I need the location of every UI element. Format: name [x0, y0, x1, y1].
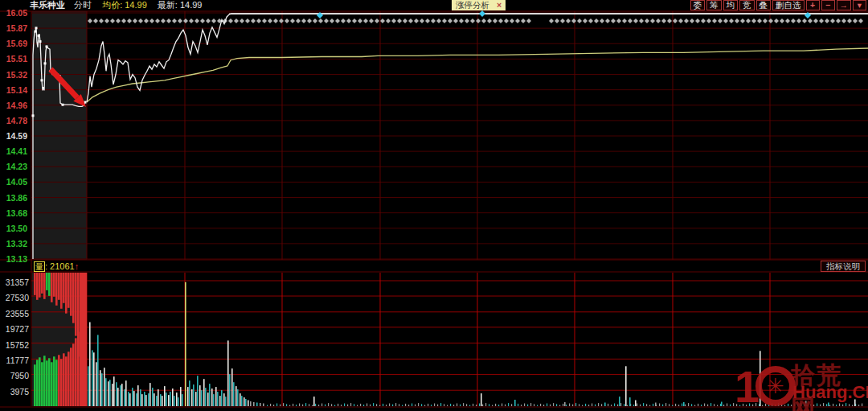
header-bar: 丰乐种业 分时 均价: 14.99 最新: 14.99 涨停分析 × 委 筹 均… — [0, 0, 868, 11]
chart-type-label: 分时 — [74, 0, 92, 10]
limit-diamond-chain — [88, 18, 863, 23]
toolbar-button-order[interactable]: 委 — [690, 0, 706, 10]
tab-limit-up-analysis[interactable]: 涨停分析 × — [452, 0, 506, 10]
price-axis-label: 13.50 — [0, 224, 27, 233]
toolbar-button-auction[interactable]: 竞 — [739, 0, 755, 10]
zoom-out-icon[interactable]: − — [821, 0, 835, 10]
next-icon[interactable]: → — [837, 0, 852, 10]
price-axis-label: 13.13 — [0, 254, 27, 264]
toolbar-button-avg[interactable]: 均 — [723, 0, 739, 10]
intraday-chart-canvas[interactable] — [0, 0, 868, 411]
toolbar-button-remove-watchlist[interactable]: 删自选 — [772, 0, 805, 10]
volume-axis-label: 31357 — [0, 277, 29, 287]
volume-axis-label: 23555 — [0, 309, 29, 319]
volume-up-arrow-icon: ↑ — [75, 261, 80, 271]
price-axis-label: 15.51 — [0, 54, 27, 64]
volume-axis-label: 7950 — [0, 371, 29, 380]
tab-label: 涨停分析 — [456, 0, 489, 10]
volume-readout: 量: 21061↑ — [34, 261, 79, 272]
average-price-readout: 均价: 14.99 — [102, 0, 147, 10]
price-axis-label: 13.86 — [0, 193, 27, 203]
price-axis-label: 16.05 — [0, 8, 27, 18]
price-axis-label: 13.68 — [0, 208, 27, 218]
indicator-help-button[interactable]: 指标说明 — [821, 261, 866, 272]
price-axis-label: 14.23 — [0, 162, 27, 171]
price-axis-label: 15.32 — [0, 70, 27, 80]
stock-name: 丰乐种业 — [30, 0, 65, 10]
stock-trading-app: { "header": { "stock_name": "丰乐种业", "cha… — [0, 0, 868, 411]
volume-bars — [34, 273, 862, 406]
price-axis-label: 14.59 — [0, 131, 27, 141]
price-axis-label: 15.69 — [0, 39, 27, 48]
quote-summary: 丰乐种业 分时 均价: 14.99 最新: 14.99 — [30, 0, 202, 10]
last-price-readout: 最新: 14.99 — [158, 0, 203, 10]
volume-axis-label: 3975 — [0, 387, 29, 397]
volume-value: : 21061 — [45, 261, 75, 271]
price-axis-label: 14.78 — [0, 116, 27, 125]
toolbar-button-overlay[interactable]: 叠 — [756, 0, 772, 10]
zoom-in-icon[interactable]: + — [806, 0, 820, 10]
price-axis-label: 14.96 — [0, 101, 27, 110]
volume-axis-label: 11777 — [0, 356, 29, 365]
price-axis-label: 13.32 — [0, 239, 27, 249]
volume-axis-label: 19727 — [0, 324, 29, 334]
price-axis-label: 14.41 — [0, 146, 27, 156]
dropdown-caret-icon[interactable]: ▾ — [853, 0, 866, 10]
price-axis-label: 15.14 — [0, 85, 27, 95]
volume-axis-label: 27530 — [0, 293, 29, 302]
toolbar-button-chips[interactable]: 筹 — [706, 0, 722, 10]
volume-icon: 量 — [34, 261, 45, 272]
chart-toolbar: 委 筹 均 竞 叠 删自选 + − → ▾ — [690, 0, 867, 10]
tab-close-icon[interactable]: × — [497, 0, 502, 10]
price-axis-label: 15.87 — [0, 23, 27, 33]
price-axis-label: 14.05 — [0, 177, 27, 187]
volume-axis-label: 15752 — [0, 340, 29, 350]
